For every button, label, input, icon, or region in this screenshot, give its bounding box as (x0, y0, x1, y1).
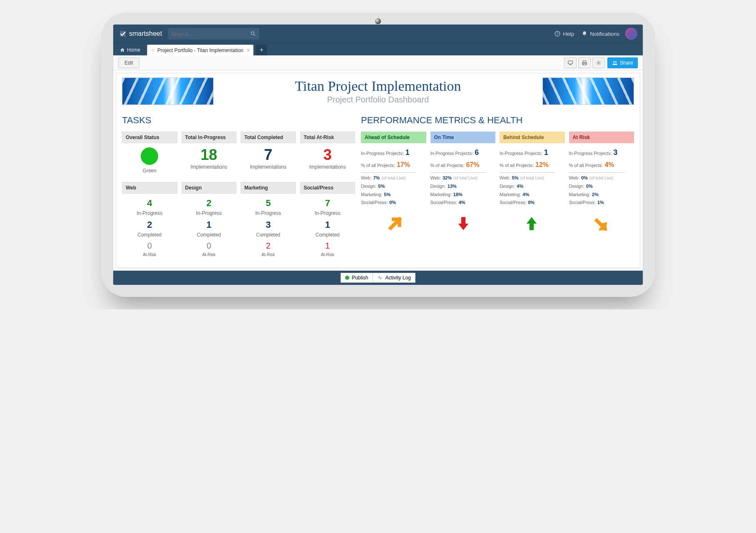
atrisk-label: At-Risk (182, 252, 237, 257)
completed-label: Completed (300, 232, 356, 238)
tab-active-label: Project Portfolio - Titan Implementation (157, 47, 244, 53)
task-card-body: 7In-Progress1Completed1At-Risk (300, 194, 356, 259)
avatar[interactable] (625, 28, 637, 40)
perf-card-body: In-Progress Projects: 6% of all Projects… (430, 143, 496, 207)
task-card-body: 18Implementations (182, 143, 237, 172)
arrow-down-right-icon (591, 215, 609, 232)
trend-arrow (361, 215, 429, 234)
app-screen: smartsheet ? Help Notifications Home (113, 24, 643, 285)
svg-point-4 (598, 62, 599, 64)
edit-button[interactable]: Edit (118, 57, 139, 68)
perf-card-head: Behind Schedule (500, 132, 565, 143)
tab-home-label: Home (127, 47, 140, 53)
trend-arrow (497, 215, 566, 234)
tab-home[interactable]: Home (116, 45, 144, 55)
dashboard: Titan Project Implementation Project Por… (116, 73, 640, 268)
publish-label: Publish (352, 275, 368, 281)
metric-sub: Implementations (241, 164, 296, 170)
settings-button[interactable] (592, 57, 605, 68)
atrisk-label: At-Risk (300, 252, 356, 257)
atrisk-value: 2 (241, 241, 296, 251)
toolbar: Edit Share (113, 55, 643, 70)
svg-text:?: ? (557, 32, 559, 36)
page-title: Titan Project Implementation (221, 78, 535, 94)
search-icon (250, 31, 256, 37)
metric-sub: Implementations (182, 164, 237, 170)
metric-sub: Implementations (300, 164, 356, 170)
perf-card-body: In-Progress Projects: 1% of all Projects… (500, 143, 565, 207)
atrisk-value: 0 (122, 241, 177, 251)
activity-icon (377, 275, 383, 280)
arrow-up-right-icon (386, 215, 404, 232)
perf-card-body: In-Progress Projects: 1% of all Projects… (361, 143, 426, 207)
section-tasks-title: TASKS (122, 115, 355, 126)
camera-icon (375, 18, 381, 24)
atrisk-label: At-Risk (241, 252, 296, 257)
tab-add-button[interactable]: + (256, 45, 267, 55)
metric-sub: Green (122, 168, 177, 174)
svg-point-0 (251, 32, 254, 35)
notifications-label: Notifications (590, 31, 619, 37)
bell-icon (582, 31, 587, 37)
share-label: Share (620, 60, 633, 66)
svg-rect-3 (568, 61, 573, 64)
notifications-link[interactable]: Notifications (582, 31, 619, 37)
inprogress-value: 2 (182, 198, 237, 209)
svg-point-5 (613, 61, 615, 62)
page-subtitle: Project Portfolio Dashboard (221, 95, 535, 105)
trend-arrow (429, 215, 497, 234)
perf-card-head: Ahead of Schedule (361, 132, 426, 143)
globe-icon (345, 276, 349, 280)
completed-value: 2 (122, 219, 177, 230)
svg-rect-8 (530, 223, 534, 230)
inprogress-label: In-Progress (122, 210, 177, 216)
inprogress-value: 5 (241, 198, 296, 209)
perf-card-body: In-Progress Projects: 3% of all Projects… (569, 143, 634, 207)
task-card-head: Social/Press (300, 182, 356, 194)
task-card-head: Total Completed (241, 132, 296, 143)
svg-rect-7 (461, 217, 466, 224)
inprogress-value: 7 (300, 198, 356, 209)
brand-text: smartsheet (129, 30, 162, 37)
task-card-head: Total In-Progress (182, 132, 237, 143)
atrisk-value: 1 (300, 241, 356, 251)
help-icon: ? (555, 31, 560, 37)
app-bar: smartsheet ? Help Notifications (113, 25, 643, 43)
atrisk-value: 0 (182, 241, 237, 251)
task-card-head: Total At-Risk (300, 132, 356, 143)
brand-logo[interactable]: smartsheet (119, 30, 162, 37)
search-box[interactable] (168, 28, 259, 40)
activity-log-button[interactable]: Activity Log (373, 273, 415, 283)
share-button[interactable]: Share (607, 57, 638, 68)
tab-active[interactable]: ⁞⁞ Project Portfolio - Titan Implementat… (147, 45, 254, 55)
print-button[interactable] (578, 57, 591, 68)
present-button[interactable] (564, 57, 577, 68)
task-card-head: Marketing (241, 182, 296, 194)
task-card-head: Overall Status (122, 132, 177, 143)
dashboard-header: Titan Project Implementation Project Por… (122, 77, 634, 105)
metric-value: 18 (182, 147, 237, 162)
inprogress-value: 4 (122, 198, 177, 209)
task-card-body: 2In-Progress1Completed0At-Risk (182, 194, 237, 259)
inprogress-label: In-Progress (182, 210, 237, 216)
plus-icon: + (260, 46, 264, 54)
perf-card-head: On Time (430, 132, 496, 143)
presentation-icon (567, 60, 573, 66)
svg-point-6 (615, 61, 617, 62)
task-card-body: 5In-Progress3Completed2At-Risk (241, 194, 296, 259)
grip-icon: ⁞⁞ (152, 48, 154, 52)
gear-icon (596, 60, 602, 66)
inprogress-label: In-Progress (241, 210, 296, 216)
bottom-bar: Publish Activity Log (113, 271, 643, 285)
search-input[interactable] (171, 31, 250, 37)
device-frame: smartsheet ? Help Notifications Home (101, 12, 655, 297)
arrow-down-icon (455, 215, 472, 232)
tab-close-button[interactable]: × (247, 47, 250, 53)
completed-label: Completed (122, 232, 177, 238)
arrow-up-icon (523, 215, 540, 232)
completed-label: Completed (182, 232, 237, 238)
task-card-body: Green (122, 143, 177, 176)
publish-button[interactable]: Publish (341, 273, 372, 283)
help-link[interactable]: ? Help (555, 31, 574, 37)
activity-label: Activity Log (385, 275, 411, 281)
